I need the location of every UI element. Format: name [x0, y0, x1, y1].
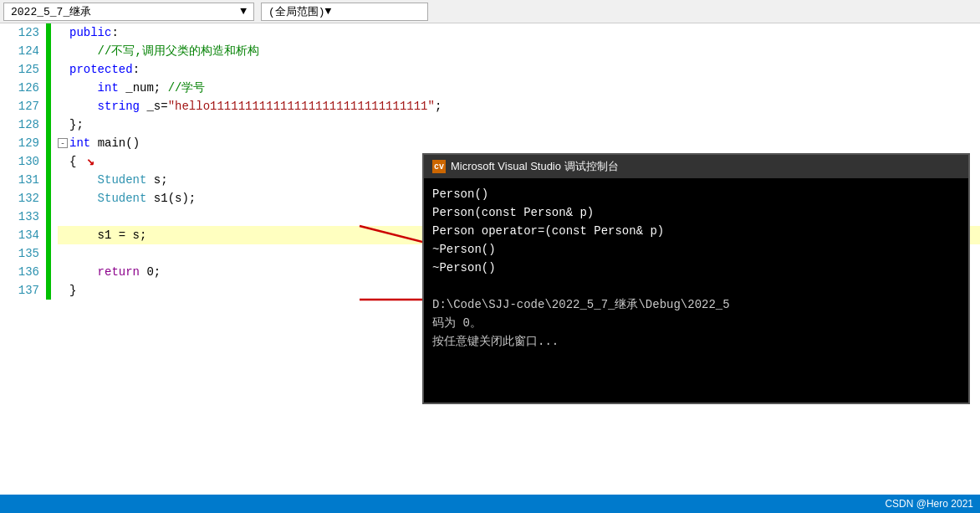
line-num-127: 127 [0, 97, 46, 115]
ide-container: 2022_5_7_继承 ▼ (全局范围) ▼ 123 124 125 126 1… [0, 0, 980, 513]
line-num-131: 131 [0, 171, 46, 189]
line-num-125: 125 [0, 60, 46, 79]
line-num-132: 132 [0, 189, 46, 208]
console-line-5: ~Person() [432, 259, 960, 277]
console-titlebar: cv Microsoft Visual Studio 调试控制台 [424, 155, 968, 178]
console-icon: cv [432, 160, 446, 173]
line-num-124: 124 [0, 42, 46, 60]
line-num-130: 130 [0, 152, 46, 171]
console-line-2: Person(const Person& p) [432, 203, 960, 222]
code-line-126: int _num; //学号 [58, 79, 980, 97]
line-num-128: 128 [0, 115, 46, 134]
console-body: Person() Person(const Person& p) Person … [424, 178, 968, 403]
console-line-6 [432, 277, 960, 295]
console-title: Microsoft Visual Studio 调试控制台 [451, 159, 619, 174]
credit-text: CSDN @Hero 2021 [885, 498, 973, 510]
fold-marker-129[interactable]: - [58, 138, 68, 148]
arrow-indicator: ↘ [86, 152, 94, 171]
console-icon-label: cv [434, 162, 444, 172]
line-num-137: 137 [0, 281, 46, 300]
code-line-125: protected: [58, 60, 980, 79]
line-num-134: 134 [0, 226, 46, 244]
console-line-4: ~Person() [432, 240, 960, 259]
console-window: cv Microsoft Visual Studio 调试控制台 Person(… [422, 153, 970, 404]
console-line-3: Person operator=(const Person& p) [432, 222, 960, 240]
file-dropdown-arrow: ▼ [233, 5, 247, 18]
line-num-129: 129 [0, 134, 46, 152]
scope-dropdown-arrow: ▼ [325, 5, 332, 18]
line-num-136: 136 [0, 263, 46, 281]
code-line-129: - int main() [58, 134, 980, 152]
file-dropdown-label: 2022_5_7_继承 [11, 4, 91, 19]
line-num-133: 133 [0, 208, 46, 226]
code-line-123: public: [58, 23, 980, 42]
line-num-126: 126 [0, 79, 46, 97]
console-line-9: 按任意键关闭此窗口... [432, 332, 960, 351]
console-line-1: Person() [432, 185, 960, 203]
line-num-123: 123 [0, 23, 46, 42]
toolbar-left: 2022_5_7_继承 ▼ (全局范围) ▼ [3, 3, 977, 21]
code-line-127: string _s="hello111111111111111111111111… [58, 97, 980, 115]
code-area: 123 124 125 126 127 128 129 130 131 132 … [0, 23, 980, 495]
line-num-135: 135 [0, 244, 46, 263]
bottom-bar: CSDN @Hero 2021 [0, 495, 980, 513]
top-bar: 2022_5_7_继承 ▼ (全局范围) ▼ [0, 0, 980, 23]
code-line-128: }; [58, 115, 980, 134]
file-dropdown[interactable]: 2022_5_7_继承 ▼ [3, 3, 254, 21]
scope-dropdown[interactable]: (全局范围) ▼ [261, 3, 428, 21]
scope-dropdown-label: (全局范围) [268, 4, 325, 19]
console-line-8: 码为 0。 [432, 314, 960, 332]
line-numbers: 123 124 125 126 127 128 129 130 131 132 … [0, 23, 46, 495]
code-line-124: //不写,调用父类的构造和析构 [58, 42, 980, 60]
console-line-7: D:\Code\SJJ-code\2022_5_7_继承\Debug\2022_… [432, 295, 960, 314]
